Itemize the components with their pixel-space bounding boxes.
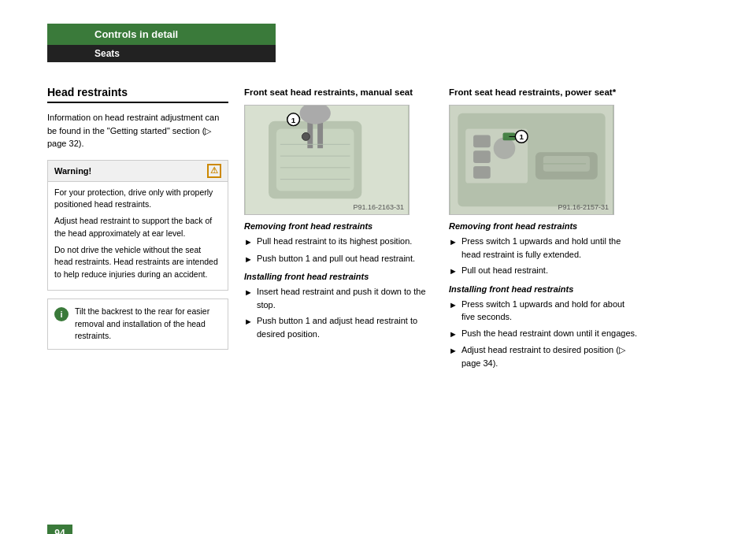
- mid-installing-list: ► Insert head restraint and push it down…: [244, 285, 433, 340]
- right-removing-list: ► Press switch 1 upwards and hold until …: [449, 235, 638, 278]
- svg-rect-18: [473, 166, 491, 179]
- right-remove-step-2: ► Pull out head restraint.: [449, 264, 638, 278]
- intro-text: Information on head restraint adjustment…: [47, 111, 228, 150]
- right-image-caption: P91.16-2157-31: [558, 203, 609, 211]
- arrow-icon: ►: [449, 235, 458, 249]
- head-restraints-title: Head restraints: [47, 86, 228, 103]
- mid-remove-step-2: ► Push button 1 and pull out head restra…: [244, 252, 433, 266]
- arrow-icon: ►: [449, 299, 458, 312]
- mid-removing-list: ► Pull head restraint to its highest pos…: [244, 235, 433, 265]
- mid-image-caption: P91.16-2163-31: [353, 203, 404, 211]
- warning-content: For your protection, drive only with pro…: [48, 182, 228, 290]
- right-install-step-2: ► Push the head restraint down until it …: [449, 327, 638, 341]
- power-seat-image: 1 P91.16-2157-31: [449, 105, 614, 215]
- middle-column: Front seat head restraints, manual seat: [244, 86, 433, 373]
- right-install-step-1: ► Press switch 1 upwards and hold for ab…: [449, 298, 638, 324]
- warning-item-2: Adjust head restraint to support the bac…: [54, 215, 221, 240]
- svg-rect-2: [276, 129, 354, 191]
- right-col-title: Front seat head restraints, power seat*: [449, 86, 638, 98]
- arrow-icon: ►: [449, 265, 458, 278]
- arrow-icon: ►: [449, 344, 458, 358]
- warning-item-3: Do not drive the vehicle without the sea…: [54, 244, 221, 281]
- arrow-icon: ►: [244, 235, 253, 249]
- arrow-icon: ►: [244, 315, 253, 328]
- svg-point-19: [494, 138, 516, 160]
- warning-box: Warning! ⚠ For your protection, drive on…: [47, 160, 228, 291]
- svg-text:1: 1: [291, 116, 296, 124]
- right-removing-title: Removing front head restraints: [449, 221, 638, 231]
- mid-install-step-2: ► Push button 1 and adjust head restrain…: [244, 314, 433, 340]
- svg-text:1: 1: [519, 132, 524, 141]
- arrow-icon: ►: [449, 328, 458, 341]
- svg-rect-16: [473, 135, 491, 148]
- right-installing-title: Installing front head restraints: [449, 284, 638, 294]
- mid-col-title: Front seat head restraints, manual seat: [244, 86, 433, 98]
- info-text: Tilt the backrest to the rear for easier…: [75, 306, 221, 343]
- section-header: Controls in detail: [47, 24, 276, 45]
- right-installing-list: ► Press switch 1 upwards and hold for ab…: [449, 298, 638, 370]
- subsection-title: Seats: [94, 48, 120, 59]
- mid-install-step-1: ► Insert head restraint and push it down…: [244, 285, 433, 311]
- svg-point-6: [302, 133, 309, 141]
- manual-seat-image: 1 P91.16-2163-31: [244, 105, 410, 215]
- section-title: Controls in detail: [94, 28, 178, 40]
- page: Controls in detail Seats Head restraints…: [0, 24, 756, 534]
- warning-icon: ⚠: [207, 164, 221, 178]
- svg-rect-17: [473, 150, 491, 163]
- mid-removing-title: Removing front head restraints: [244, 221, 433, 231]
- mid-installing-title: Installing front head restraints: [244, 272, 433, 281]
- main-content: Head restraints Information on head rest…: [0, 70, 756, 388]
- subsection-bar: Seats: [47, 45, 276, 62]
- right-column: Front seat head restraints, power seat*: [449, 86, 638, 373]
- right-remove-step-1: ► Press switch 1 upwards and hold until …: [449, 235, 638, 261]
- arrow-icon: ►: [244, 286, 253, 299]
- warning-header: Warning! ⚠: [48, 161, 228, 182]
- page-number: 94: [47, 525, 72, 534]
- info-box: i Tilt the backrest to the rear for easi…: [47, 299, 228, 350]
- mid-remove-step-1: ► Pull head restraint to its highest pos…: [244, 235, 433, 249]
- left-column: Head restraints Information on head rest…: [47, 86, 228, 373]
- warning-label: Warning!: [54, 166, 91, 176]
- warning-item-1: For your protection, drive only with pro…: [54, 187, 221, 212]
- info-icon: i: [54, 307, 69, 321]
- right-install-step-3: ► Adjust head restraint to desired posit…: [449, 343, 638, 369]
- arrow-icon: ►: [244, 253, 253, 266]
